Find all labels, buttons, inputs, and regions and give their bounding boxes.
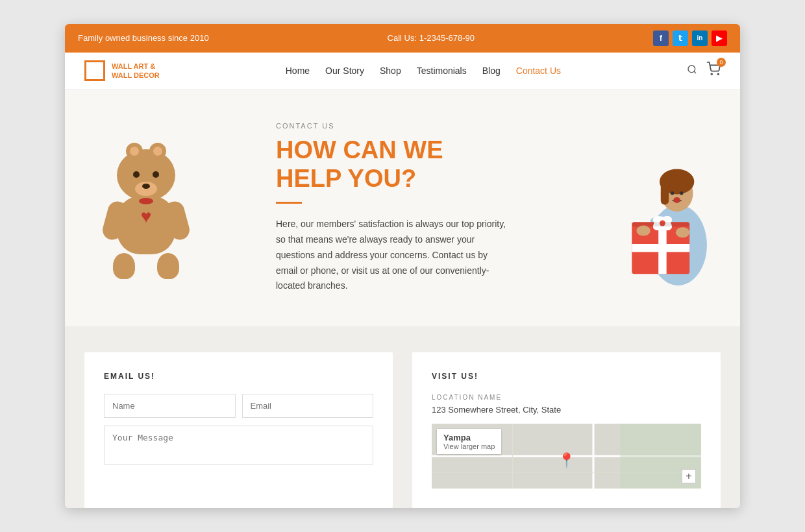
svg-rect-7 <box>661 182 669 205</box>
svg-point-9 <box>680 192 683 195</box>
teddy-bear-image: ♥ <box>84 149 208 266</box>
twitter-icon[interactable]: 𝕥 <box>673 30 688 46</box>
map-label-box: Yampa View larger map <box>437 429 501 454</box>
email-section: EMAIL US! <box>84 352 393 508</box>
logo-icon <box>84 60 105 81</box>
nav-our-story[interactable]: Our Story <box>325 66 364 76</box>
message-textarea[interactable] <box>104 426 373 465</box>
svg-rect-20 <box>632 223 689 227</box>
map-view-larger[interactable]: View larger map <box>443 442 495 450</box>
svg-rect-15 <box>632 244 689 252</box>
facebook-icon[interactable]: f <box>653 30 669 46</box>
navbar: WALL ART & WALL DECOR Home Our Story Sho… <box>65 53 740 90</box>
linkedin-icon[interactable]: in <box>692 30 708 46</box>
top-bar-business-text: Family owned business since 2010 <box>78 33 209 43</box>
svg-point-10 <box>673 197 680 203</box>
bear-head <box>117 149 175 201</box>
svg-point-21 <box>636 226 650 236</box>
svg-point-2 <box>711 74 712 75</box>
top-bar: Family owned business since 2010 Call Us… <box>65 24 740 53</box>
gift-woman-image <box>578 130 721 285</box>
nav-right: 0 <box>687 62 721 79</box>
logo: WALL ART & WALL DECOR <box>84 60 160 81</box>
map-zoom-in[interactable]: + <box>682 469 696 483</box>
nav-links: Home Our Story Shop Testimonials Blog Co… <box>286 66 561 76</box>
nav-testimonials[interactable]: Testimonials <box>417 66 467 76</box>
bear-heart: ♥ <box>141 206 152 227</box>
youtube-icon[interactable]: ▶ <box>712 30 727 46</box>
location-address: 123 Somewhere Street, City, State <box>432 405 701 415</box>
bottom-section: EMAIL US! VISIT US! LOCATION NAME 123 So… <box>65 326 740 508</box>
location-name-label: LOCATION NAME <box>432 394 701 401</box>
svg-point-22 <box>676 228 689 238</box>
hero-description: Here, our members' satisfaction is alway… <box>276 217 510 294</box>
hero-divider <box>276 202 302 204</box>
nav-contact-us[interactable]: Contact Us <box>516 66 561 76</box>
top-bar-phone: Call Us: 1-2345-678-90 <box>388 33 475 43</box>
email-input[interactable] <box>242 394 374 418</box>
visit-section: VISIT US! LOCATION NAME 123 Somewhere St… <box>412 352 721 508</box>
logo-text: WALL ART & WALL DECOR <box>112 62 160 80</box>
cart-button[interactable]: 0 <box>706 62 721 79</box>
hero-title: HOW CAN WE HELP YOU? <box>276 136 510 193</box>
nav-home[interactable]: Home <box>286 66 310 76</box>
svg-point-3 <box>717 74 719 75</box>
map-pin-icon: 📍 <box>558 452 575 469</box>
social-links: f 𝕥 in ▶ <box>653 30 727 46</box>
nav-blog[interactable]: Blog <box>482 66 501 76</box>
email-section-label: EMAIL US! <box>104 372 373 381</box>
svg-point-8 <box>671 192 674 195</box>
svg-point-0 <box>688 66 695 73</box>
hero-content: CONTACT US HOW CAN WE HELP YOU? Here, ou… <box>250 122 536 294</box>
nav-shop[interactable]: Shop <box>380 66 401 76</box>
name-input[interactable] <box>104 394 236 418</box>
search-button[interactable] <box>687 64 697 77</box>
bear-bow <box>139 198 153 204</box>
browser-window: Family owned business since 2010 Call Us… <box>65 24 740 508</box>
contact-us-label: CONTACT US <box>276 122 510 130</box>
cart-badge: 0 <box>717 58 726 67</box>
visit-section-label: VISIT US! <box>432 372 701 381</box>
bottom-grid: EMAIL US! VISIT US! LOCATION NAME 123 So… <box>84 352 721 508</box>
form-name-email-row <box>104 394 373 418</box>
map-placeholder: Yampa View larger map 📍 + <box>432 424 701 489</box>
map-city: Yampa <box>443 433 495 442</box>
hero-section: ♥ CONTACT US HOW CAN WE HELP YOU? Here, … <box>65 90 740 326</box>
svg-line-1 <box>694 71 696 73</box>
